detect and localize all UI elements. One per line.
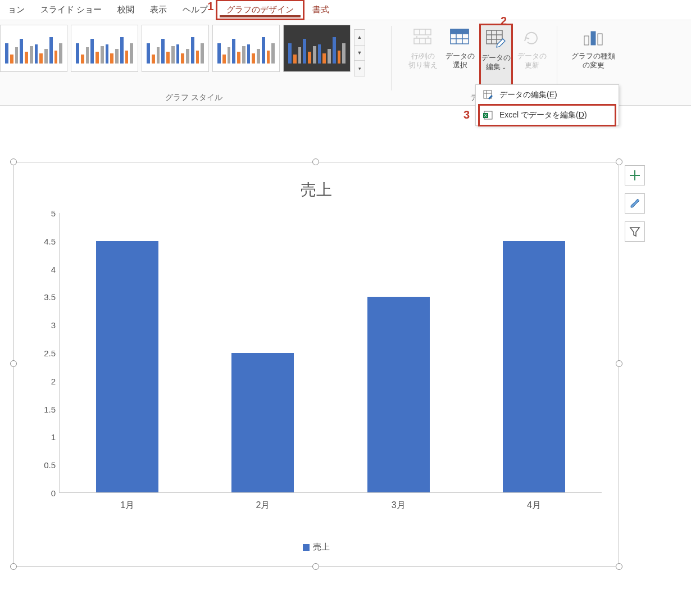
edit-data-dropdown-menu: データの編集(E) 3 X Excel でデータを編集(D) (475, 84, 619, 126)
change-chart-type-label-1: グラフの種類 (571, 52, 615, 61)
y-tick: 0 (34, 488, 56, 498)
svg-rect-3 (414, 38, 431, 44)
chart-styles-gallery: ▲ ▼ ▾ (0, 20, 388, 76)
x-axis-label: 1月 (60, 500, 195, 511)
bar-slot: 3月 (331, 213, 466, 492)
refresh-data-button: データの 更新 (514, 24, 550, 93)
legend-swatch (303, 544, 310, 551)
chart-bars: 1月2月3月4月 (60, 213, 602, 492)
select-data-label-2: 選択 (453, 61, 467, 70)
resize-handle-l[interactable] (10, 360, 17, 367)
chart-bar[interactable] (503, 241, 565, 492)
refresh-data-icon (521, 26, 543, 48)
select-data-button[interactable]: データの 選択 (442, 24, 478, 93)
bar-slot: 1月 (60, 213, 195, 492)
resize-handle-bl[interactable] (10, 563, 17, 570)
menu-item-edit-in-excel-label: Excel でデータを編集(D) (499, 110, 587, 120)
ribbon-separator-1 (391, 26, 392, 90)
chart-styles-more-button[interactable]: ▾ (354, 61, 365, 76)
callout-chart-design-tab: 1 グラフのデザイン (216, 0, 304, 20)
resize-handle-b[interactable] (312, 563, 319, 570)
y-tick: 2 (34, 376, 56, 386)
switch-row-column-label-2: 切り替え (408, 61, 438, 70)
ribbon-tabs: ョン スライド ショー 校閲 表示 ヘルプ 1 グラフのデザイン 書式 (0, 0, 691, 20)
chart-styles-scroll-down[interactable]: ▼ (354, 46, 365, 61)
chart-bar[interactable] (367, 297, 430, 492)
tab-active-underline (220, 15, 301, 17)
brush-icon (629, 197, 641, 210)
edit-data-button[interactable]: 2 データの 編集⌄ (479, 24, 513, 93)
bar-slot: 4月 (466, 213, 602, 492)
change-chart-type-label-2: の変更 (583, 61, 604, 70)
menu-item-edit-in-excel[interactable]: 3 X Excel でデータを編集(D) (476, 105, 619, 125)
excel-icon: X (483, 110, 494, 121)
legend-label: 売上 (313, 542, 330, 551)
resize-handle-t[interactable] (312, 158, 319, 165)
change-chart-type-button[interactable]: グラフの種類 の変更 (566, 24, 620, 93)
tab-review[interactable]: 校閲 (110, 1, 142, 19)
chart-y-axis[interactable]: 00.511.522.533.544.55 (34, 213, 59, 493)
chart-styles-group: ▲ ▼ ▾ グラフ スタイル (0, 20, 388, 105)
ribbon-separator-2 (557, 26, 557, 90)
refresh-data-label-1: データの (517, 52, 547, 61)
y-tick: 5 (34, 209, 56, 218)
callout-number-1: 1 (207, 0, 213, 13)
chart-style-thumb-4[interactable] (212, 25, 280, 72)
y-tick: 3.5 (34, 292, 56, 302)
chart-bar[interactable] (96, 241, 158, 492)
y-tick: 4 (34, 264, 56, 274)
chart-style-thumb-5[interactable] (283, 25, 351, 72)
y-tick: 4.5 (34, 236, 56, 246)
chart-style-thumb-1[interactable] (0, 25, 67, 72)
x-axis-label: 3月 (331, 500, 466, 511)
chart-style-thumb-3[interactable] (142, 25, 209, 72)
resize-handle-tr[interactable] (616, 158, 622, 165)
resize-handle-br[interactable] (616, 563, 622, 570)
chart-title[interactable]: 売上 (14, 162, 619, 206)
select-data-label-1: データの (445, 52, 475, 61)
bar-slot: 2月 (195, 213, 330, 492)
chart-legend[interactable]: 売上 (14, 542, 619, 552)
callout-number-3: 3 (463, 108, 470, 121)
menu-item-edit-data[interactable]: データの編集(E) (476, 85, 619, 105)
svg-rect-18 (598, 34, 602, 45)
chart-styles-group-label: グラフ スタイル (0, 93, 388, 103)
x-axis-label: 4月 (466, 500, 602, 511)
tab-partial-left[interactable]: ョン (0, 1, 33, 19)
tab-slideshow[interactable]: スライド ショー (33, 1, 110, 19)
refresh-data-label-2: 更新 (525, 61, 539, 70)
chart-elements-button[interactable] (625, 165, 645, 185)
y-tick: 2.5 (34, 348, 56, 358)
switch-row-column-label-1: 行/列の (411, 52, 435, 61)
funnel-icon (629, 225, 641, 238)
plus-icon (629, 169, 641, 182)
y-tick: 1.5 (34, 404, 56, 414)
edit-data-dropdown-caret: ⌄ (502, 64, 506, 70)
tab-format[interactable]: 書式 (304, 1, 337, 19)
chart-object[interactable]: 売上 00.511.522.533.544.55 1月2月3月4月 売上 (13, 162, 619, 567)
chart-styles-button[interactable] (625, 193, 645, 214)
chart-style-thumb-2[interactable] (71, 25, 138, 72)
select-data-icon (449, 26, 471, 48)
callout-number-2: 2 (501, 14, 507, 28)
edit-data-label-1: データの (481, 53, 511, 62)
tab-view[interactable]: 表示 (142, 1, 175, 19)
resize-handle-r[interactable] (616, 360, 622, 367)
chart-filter-button[interactable] (625, 221, 645, 242)
x-axis-label: 2月 (195, 500, 330, 511)
y-tick: 0.5 (34, 460, 56, 470)
resize-handle-tl[interactable] (10, 158, 17, 165)
change-chart-type-icon (582, 26, 604, 48)
y-tick: 1 (34, 432, 56, 442)
edit-data-label-2: 編集⌄ (486, 62, 506, 71)
svg-rect-16 (584, 36, 589, 45)
chart-styles-scroll-up[interactable]: ▲ (354, 30, 365, 46)
chart-side-buttons (625, 165, 645, 242)
chart-bar[interactable] (231, 353, 294, 493)
svg-rect-0 (414, 29, 431, 35)
svg-rect-7 (451, 29, 469, 34)
edit-data-menu-icon (483, 89, 494, 101)
switch-row-column-button: 行/列の 切り替え (405, 24, 441, 93)
menu-item-edit-data-label: データの編集(E) (499, 90, 557, 100)
chart-plot-area[interactable]: 00.511.522.533.544.55 1月2月3月4月 (59, 213, 602, 493)
